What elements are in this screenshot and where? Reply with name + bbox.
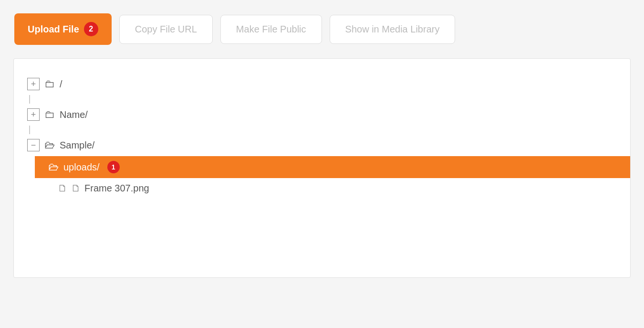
tree-children-sample: 🗁 uploads/ 1 🗋 🗋 Frame 307.png: [44, 156, 621, 199]
tree-label-root: /: [60, 79, 62, 90]
folder-icon-sample: 🗁: [44, 139, 55, 151]
folder-icon-uploads: 🗁: [48, 161, 59, 173]
tree-row-name[interactable]: + 🗀 Name/: [23, 104, 621, 126]
uploads-badge: 1: [107, 161, 120, 173]
file-tree: + 🗀 / + 🗀 Name/ − 🗁 Sample/: [23, 73, 621, 199]
copy-file-url-button[interactable]: Copy File URL: [119, 15, 213, 44]
tree-label-name: Name/: [60, 109, 88, 120]
file-icon-frame307: 🗋: [58, 183, 67, 194]
toolbar: Upload File 2 Copy File URL Make File Pu…: [0, 0, 644, 58]
file-panel: + 🗀 / + 🗀 Name/ − 🗁 Sample/: [13, 58, 631, 278]
tree-item-name: + 🗀 Name/: [23, 104, 621, 134]
file-icon2-frame307: 🗋: [71, 183, 81, 194]
tree-row-root[interactable]: + 🗀 /: [23, 73, 621, 95]
tree-row-sample[interactable]: − 🗁 Sample/: [23, 134, 621, 156]
tree-item-sample: − 🗁 Sample/ 🗁 uploads/ 1 🗋 🗋 Frame 307.p…: [23, 134, 621, 199]
folder-icon-root: 🗀: [44, 78, 55, 90]
expand-icon-sample[interactable]: −: [27, 139, 40, 151]
make-file-public-button[interactable]: Make File Public: [220, 15, 322, 44]
tree-row-uploads[interactable]: 🗁 uploads/ 1: [35, 156, 630, 178]
file-row-frame307[interactable]: 🗋 🗋 Frame 307.png: [44, 178, 621, 199]
file-label-frame307: Frame 307.png: [84, 183, 149, 194]
expand-icon-root[interactable]: +: [27, 78, 40, 90]
folder-icon-name: 🗀: [44, 108, 55, 121]
expand-icon-name[interactable]: +: [27, 108, 40, 121]
upload-file-button[interactable]: Upload File 2: [14, 13, 112, 45]
tree-label-uploads: uploads/: [63, 162, 100, 173]
tree-connector-name: [29, 126, 30, 134]
show-in-media-library-button[interactable]: Show in Media Library: [330, 15, 456, 44]
upload-file-label: Upload File: [28, 24, 79, 35]
tree-connector-root: [29, 95, 30, 104]
tree-item-root: + 🗀 /: [23, 73, 621, 104]
tree-label-sample: Sample/: [60, 140, 94, 151]
upload-badge: 2: [84, 22, 98, 36]
